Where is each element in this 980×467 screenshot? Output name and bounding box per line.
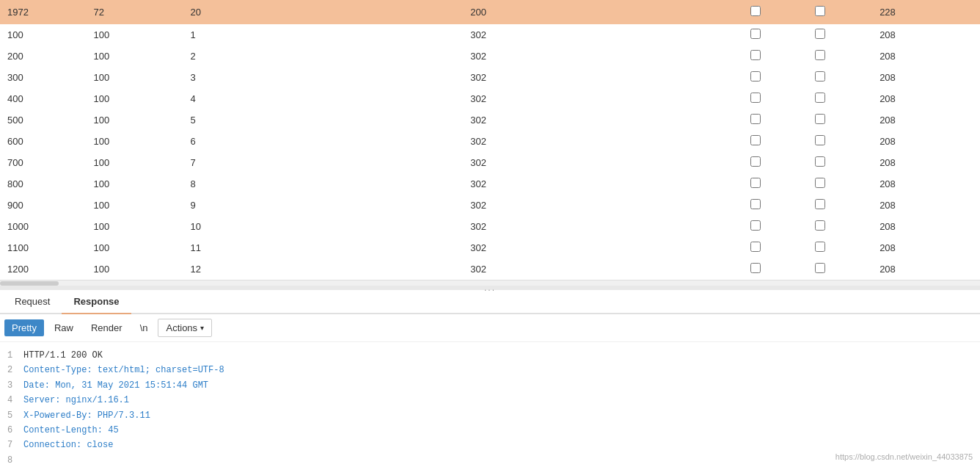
- table-row: 110010011302208: [0, 237, 980, 258]
- row-checkbox[interactable]: [750, 50, 761, 60]
- btn-raw[interactable]: Raw: [47, 319, 81, 336]
- row-checkbox[interactable]: [815, 50, 825, 60]
- chevron-down-icon: ▾: [200, 324, 204, 332]
- table-cell: 100: [86, 216, 183, 237]
- table-cell[interactable]: [808, 67, 872, 88]
- row-checkbox[interactable]: [815, 220, 825, 231]
- row-checkbox[interactable]: [750, 220, 761, 231]
- code-area: 1HTTP/1.1 200 OK2Content-Type: text/html…: [0, 342, 980, 467]
- table-cell: 500: [0, 109, 86, 131]
- btn-pretty[interactable]: Pretty: [4, 319, 44, 336]
- row-checkbox[interactable]: [750, 135, 761, 145]
- table-cell: 1200: [0, 258, 86, 280]
- table-cell[interactable]: [808, 24, 872, 46]
- table-cell: 100: [86, 152, 183, 173]
- table-row: 1001001302208: [0, 24, 980, 46]
- row-checkbox[interactable]: [815, 71, 825, 82]
- row-checkbox[interactable]: [750, 178, 761, 188]
- table-cell[interactable]: [808, 88, 872, 109]
- table-cell: 400: [0, 88, 86, 109]
- row-checkbox[interactable]: [750, 114, 761, 124]
- table-cell: 302: [463, 258, 743, 280]
- table-cell[interactable]: [743, 24, 808, 46]
- row-checkbox[interactable]: [815, 29, 825, 39]
- header-checkbox-1[interactable]: [750, 6, 761, 16]
- table-cell[interactable]: [808, 109, 872, 131]
- header-c5[interactable]: [743, 0, 808, 24]
- row-checkbox[interactable]: [750, 29, 761, 39]
- table-cell: 600: [0, 131, 86, 152]
- table-cell[interactable]: [808, 173, 872, 195]
- table-row: 4001004302208: [0, 88, 980, 109]
- table-cell[interactable]: [808, 46, 872, 67]
- btn-newline[interactable]: \n: [133, 319, 156, 336]
- table-cell[interactable]: [743, 88, 808, 109]
- row-checkbox[interactable]: [815, 114, 825, 124]
- table-cell[interactable]: [743, 195, 808, 216]
- table-cell: 208: [872, 46, 980, 67]
- tab-request[interactable]: Request: [3, 290, 62, 314]
- table-cell[interactable]: [743, 216, 808, 237]
- line-content: Content-Type: text/html; charset=UTF-8: [23, 363, 224, 377]
- code-line: 8: [7, 453, 973, 467]
- header-c1: 1972: [0, 0, 86, 24]
- row-checkbox[interactable]: [750, 242, 761, 252]
- table-cell: 2: [183, 46, 464, 67]
- row-checkbox[interactable]: [815, 156, 825, 167]
- header-checkbox-2[interactable]: [815, 6, 825, 16]
- table-cell[interactable]: [808, 237, 872, 258]
- table-cell: 302: [463, 131, 743, 152]
- btn-render[interactable]: Render: [84, 319, 130, 336]
- table-cell[interactable]: [743, 46, 808, 67]
- header-c4: 200: [463, 0, 743, 24]
- header-c6[interactable]: [808, 0, 872, 24]
- table-cell: 700: [0, 152, 86, 173]
- row-checkbox[interactable]: [750, 199, 761, 209]
- code-line: 5X-Powered-By: PHP/7.3.11: [7, 408, 973, 423]
- table-cell: 100: [86, 195, 183, 216]
- table-cell[interactable]: [808, 152, 872, 173]
- row-checkbox[interactable]: [815, 263, 825, 273]
- scrollbar-thumb[interactable]: [0, 281, 59, 286]
- table-cell[interactable]: [743, 237, 808, 258]
- row-checkbox[interactable]: [750, 71, 761, 82]
- btn-actions[interactable]: Actions ▾: [158, 319, 212, 337]
- table-cell: 1000: [0, 216, 86, 237]
- table-cell[interactable]: [743, 109, 808, 131]
- row-checkbox[interactable]: [750, 156, 761, 167]
- table-cell[interactable]: [808, 131, 872, 152]
- row-checkbox[interactable]: [815, 199, 825, 209]
- table-cell: 100: [86, 46, 183, 67]
- line-number: 5: [7, 408, 16, 423]
- table-cell[interactable]: [743, 173, 808, 195]
- table-cell: 208: [872, 152, 980, 173]
- row-checkbox[interactable]: [750, 263, 761, 273]
- toolbar: Pretty Raw Render \n Actions ▾: [0, 314, 980, 342]
- table-row: 7001007302208: [0, 152, 980, 173]
- table-cell[interactable]: [743, 67, 808, 88]
- table-cell[interactable]: [743, 152, 808, 173]
- table-cell[interactable]: [743, 131, 808, 152]
- table-cell: 100: [0, 24, 86, 46]
- code-line: 6Content-Length: 45: [7, 423, 973, 438]
- line-number: 6: [7, 423, 16, 438]
- table-cell[interactable]: [743, 258, 808, 280]
- table-cell: 9: [183, 195, 464, 216]
- row-checkbox[interactable]: [815, 135, 825, 145]
- table-cell: 208: [872, 109, 980, 131]
- table-cell: 3: [183, 67, 464, 88]
- row-checkbox[interactable]: [750, 93, 761, 103]
- row-checkbox[interactable]: [815, 178, 825, 188]
- table-cell[interactable]: [808, 216, 872, 237]
- table-cell[interactable]: [808, 195, 872, 216]
- tab-response[interactable]: Response: [62, 290, 131, 314]
- table-row: 3001003302208: [0, 67, 980, 88]
- horizontal-scrollbar[interactable]: [0, 280, 980, 286]
- table-section: 1972 72 20 200 228 100100130220820010023…: [0, 0, 980, 280]
- row-checkbox[interactable]: [815, 93, 825, 103]
- table-cell[interactable]: [808, 258, 872, 280]
- table-cell: 7: [183, 152, 464, 173]
- table-row: 8001008302208: [0, 173, 980, 195]
- table-row: 2001002302208: [0, 46, 980, 67]
- row-checkbox[interactable]: [815, 242, 825, 252]
